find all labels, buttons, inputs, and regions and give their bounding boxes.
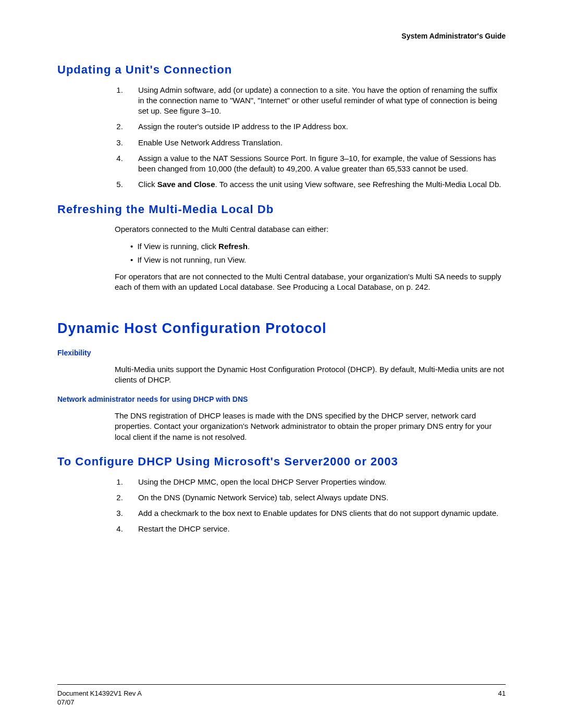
outro-paragraph: For operators that are not connected to … (115, 272, 506, 293)
text-fragment: If View is running, click (137, 242, 218, 251)
list-item: Add a checkmark to the box next to Enabl… (125, 508, 506, 519)
list-item: If View is running, click Refresh. (130, 241, 506, 252)
list-item: Restart the DHCP service. (125, 524, 506, 534)
body-paragraph: Multi-Media units support the Dynamic Ho… (115, 364, 506, 386)
page-footer: 41 Document K14392V1 Rev A 07/07 (57, 684, 506, 707)
list-item: Using Admin software, add (or update) a … (125, 85, 506, 117)
header-guide-title: System Administrator's Guide (57, 31, 506, 41)
page-number: 41 (498, 689, 506, 698)
footer-date: 07/07 (57, 698, 506, 707)
text-fragment: . To access the unit using View software… (215, 180, 501, 189)
list-item: On the DNS (Dynamic Network Service) tab… (125, 492, 506, 503)
heading-refreshing-db: Refreshing the Multi-Media Local Db (57, 202, 506, 217)
list-item: Assign the router's outside IP address t… (125, 121, 506, 132)
list-item: Enable Use Network Address Translation. (125, 138, 506, 148)
refresh-options-list: If View is running, click Refresh. If Vi… (130, 241, 506, 266)
text-fragment: Click (138, 180, 157, 189)
intro-paragraph: Operators connected to the Multi Central… (115, 224, 506, 235)
heading-dhcp: Dynamic Host Configuration Protocol (57, 319, 506, 338)
subheading-network-admin: Network administrator needs for using DH… (57, 394, 506, 404)
bold-text: Refresh (218, 242, 248, 251)
updating-connection-list: Using Admin software, add (or update) a … (125, 85, 506, 190)
list-item: Click Save and Close. To access the unit… (125, 179, 506, 190)
heading-configure-dhcp: To Configure DHCP Using Microsoft's Serv… (57, 454, 506, 470)
subheading-flexibility: Flexibility (57, 348, 506, 358)
bold-text: Save and Close (157, 180, 215, 189)
text-fragment: . (248, 242, 250, 251)
body-paragraph: The DNS registration of DHCP leases is m… (115, 411, 506, 442)
list-item: If View is not running, run View. (130, 255, 506, 265)
heading-updating-connection: Updating a Unit's Connection (57, 62, 506, 78)
configure-dhcp-list: Using the DHCP MMC, open the local DHCP … (125, 477, 506, 535)
list-item: Using the DHCP MMC, open the local DHCP … (125, 477, 506, 487)
footer-doc-id: Document K14392V1 Rev A (57, 689, 506, 698)
list-item: Assign a value to the NAT Sessions Sourc… (125, 153, 506, 175)
